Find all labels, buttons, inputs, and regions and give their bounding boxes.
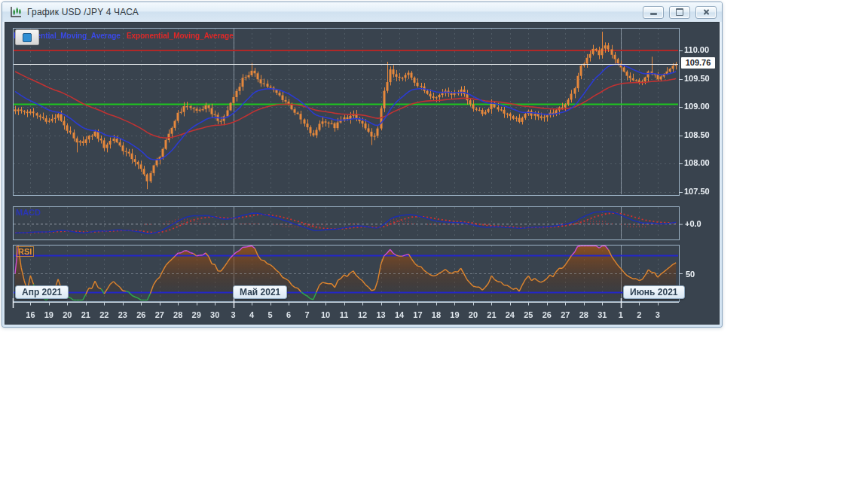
date-label: 19 [445,310,463,319]
date-label: 7 [298,310,316,319]
date-label: 10 [316,310,335,319]
current-price-badge: 109.76 [681,57,715,69]
date-label: 12 [353,310,371,319]
price-tick-label: 108.00 [684,158,710,167]
screen: График USD /JPY 4 ЧАСА Exponential_Movin… [0,0,868,488]
date-label: 13 [372,310,390,319]
date-label: 26 [538,310,556,319]
date-label: 14 [390,310,408,319]
date-label: 16 [21,310,39,319]
price-tick-label: 107.50 [684,187,710,196]
date-label: 20 [464,310,482,319]
date-label: 31 [593,310,611,319]
price-tick-label: 110.00 [684,45,709,54]
date-label: 20 [58,310,76,319]
date-label: 4 [243,310,261,319]
date-label: 5 [261,310,280,319]
date-label: 3 [649,310,667,319]
price-tick-label: 109.50 [684,74,710,83]
date-label: 2 [630,310,648,319]
month-badge-june: Июнь 2021 [623,285,685,299]
price-tick-label: 108.50 [684,130,710,139]
month-badge-may: Май 2021 [233,285,287,299]
date-label: 30 [206,310,224,319]
date-label: 18 [427,310,445,319]
date-label: 29 [188,310,206,319]
date-label: 28 [169,310,187,319]
legend-ema-red-label: Exponential_Moving_Average [127,32,234,40]
indicator-legend: Exponential_Moving_Average Exponential_M… [14,32,234,40]
date-label: 3 [225,310,243,319]
macd-zero-label: +0.0 [685,219,701,228]
macd-panel-label: MACD [16,208,41,217]
rsi-panel-label: RSI [16,246,34,257]
date-label: 22 [95,310,113,319]
date-label: 21 [77,310,95,319]
date-label: 17 [408,310,426,319]
date-label: 27 [556,310,574,319]
indicator-color-chip [15,29,39,45]
rsi-mid-label: 50 [686,270,695,279]
date-label: 21 [482,310,500,319]
date-label: 1 [612,310,630,319]
month-badge-april: Апр 2021 [15,285,69,299]
chart-overlay: Exponential_Moving_Average Exponential_M… [0,0,868,488]
price-tick-label: 109.00 [684,102,710,111]
date-label: 25 [519,310,537,319]
date-label: 19 [40,310,58,319]
date-label: 27 [151,310,169,319]
date-label: 28 [575,310,593,319]
ema-blue-color-button[interactable] [23,33,32,42]
date-label: 6 [280,310,298,319]
date-label: 24 [501,310,519,319]
date-label: 11 [335,310,353,319]
date-label: 26 [132,310,150,319]
date-label: 23 [114,310,132,319]
